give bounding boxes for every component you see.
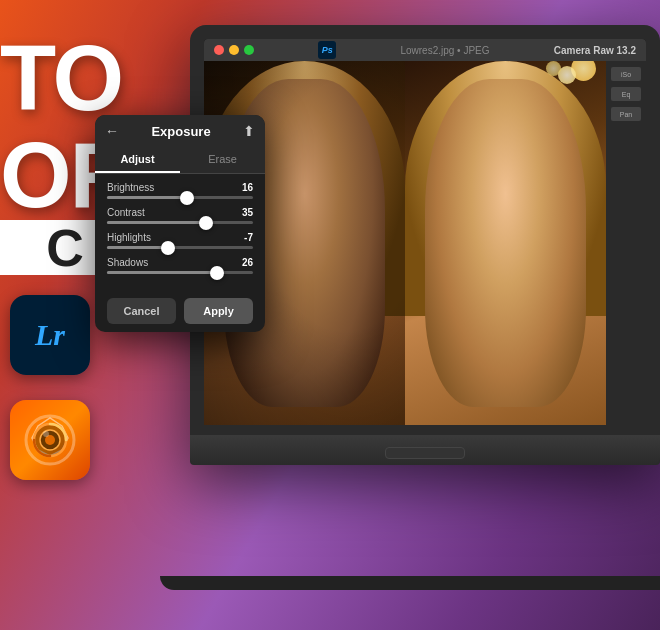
close-dot[interactable]	[214, 45, 224, 55]
panel-icon-eq: Eq	[611, 87, 641, 101]
panel-header: ← Exposure ⬆	[95, 115, 265, 147]
hero-line-1: TO	[0, 30, 134, 127]
right-panel: iSo Eq Pan	[606, 61, 646, 425]
laptop-base	[190, 435, 660, 465]
filename-label: Lowres2.jpg • JPEG	[400, 45, 489, 56]
photo-after	[405, 61, 606, 425]
app-title: Camera Raw 13.2	[554, 45, 636, 56]
shadows-track[interactable]	[107, 271, 253, 274]
laptop-bottom	[160, 576, 660, 590]
contrast-fill	[107, 221, 206, 224]
share-icon[interactable]: ⬆	[243, 123, 255, 139]
contrast-value: 35	[242, 207, 253, 218]
brightness-value: 16	[242, 182, 253, 193]
titlebar: Ps Lowres2.jpg • JPEG Camera Raw 13.2	[204, 39, 646, 61]
tab-adjust[interactable]: Adjust	[95, 147, 180, 173]
tab-erase[interactable]: Erase	[180, 147, 265, 173]
brightness-label: Brightness	[107, 182, 154, 193]
shadows-slider-row: Shadows 26	[107, 257, 253, 274]
apply-button[interactable]: Apply	[184, 298, 253, 324]
lr-label: Lr	[35, 318, 65, 352]
capture-one-svg	[22, 412, 78, 468]
screen-content: Ps Lowres2.jpg • JPEG Camera Raw 13.2	[204, 39, 646, 455]
highlights-value: -7	[244, 232, 253, 243]
brightness-thumb[interactable]	[180, 191, 194, 205]
face-after	[425, 79, 586, 407]
laptop-screen: Ps Lowres2.jpg • JPEG Camera Raw 13.2	[204, 39, 646, 455]
brightness-slider-row: Brightness 16	[107, 182, 253, 199]
sliders-area: Brightness 16 Contrast 35 Highlights	[95, 174, 265, 290]
contrast-thumb[interactable]	[199, 216, 213, 230]
white-bar-letter: C	[46, 222, 84, 274]
highlights-slider-row: Highlights -7	[107, 232, 253, 249]
capture-one-icon	[10, 400, 90, 480]
panel-tabs: Adjust Erase	[95, 147, 265, 174]
svg-point-4	[43, 431, 49, 437]
shadows-thumb[interactable]	[210, 266, 224, 280]
highlights-thumb[interactable]	[161, 241, 175, 255]
panel-icon-pan: Pan	[611, 107, 641, 121]
trackpad	[385, 447, 465, 459]
panel-title: Exposure	[151, 124, 210, 139]
contrast-label: Contrast	[107, 207, 145, 218]
contrast-slider-row: Contrast 35	[107, 207, 253, 224]
brightness-fill	[107, 196, 187, 199]
shadows-label: Shadows	[107, 257, 148, 268]
shadows-value: 26	[242, 257, 253, 268]
brightness-track[interactable]	[107, 196, 253, 199]
photoshop-icon: Ps	[318, 41, 336, 59]
back-button[interactable]: ←	[105, 123, 119, 139]
contrast-track[interactable]	[107, 221, 253, 224]
highlights-label: Highlights	[107, 232, 151, 243]
highlights-track[interactable]	[107, 246, 253, 249]
cancel-button[interactable]: Cancel	[107, 298, 176, 324]
panel-buttons: Cancel Apply	[95, 290, 265, 332]
panel-icon-iso: iSo	[611, 67, 641, 81]
minimize-dot[interactable]	[229, 45, 239, 55]
maximize-dot[interactable]	[244, 45, 254, 55]
exposure-panel: ← Exposure ⬆ Adjust Erase Brightness 16 …	[95, 115, 265, 332]
window-controls	[214, 45, 254, 55]
lightroom-icon: Lr	[10, 295, 90, 375]
highlights-fill	[107, 246, 168, 249]
flowers	[536, 61, 596, 106]
shadows-fill	[107, 271, 217, 274]
